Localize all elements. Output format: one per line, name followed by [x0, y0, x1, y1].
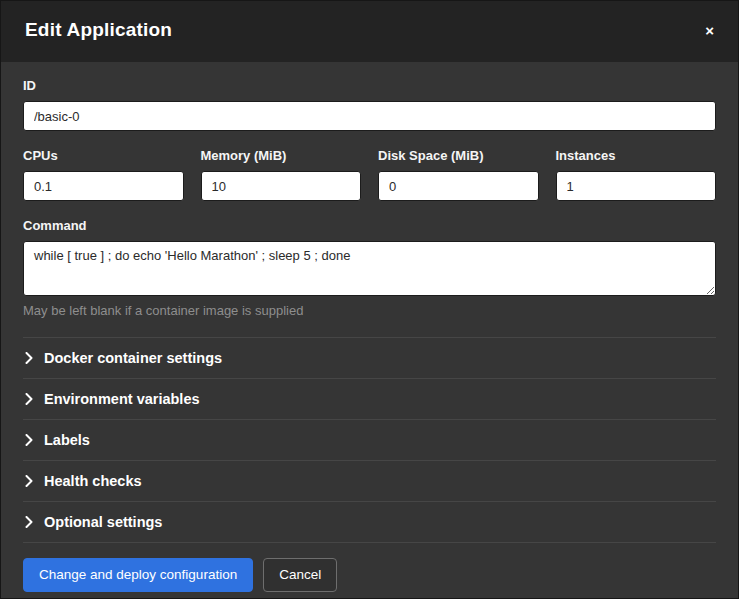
memory-label: Memory (MiB) [201, 148, 362, 163]
accordion-optional-settings[interactable]: Optional settings [23, 501, 716, 542]
accordion-labels[interactable]: Labels [23, 419, 716, 460]
id-input[interactable] [23, 101, 716, 131]
accordion-health-checks[interactable]: Health checks [23, 460, 716, 501]
id-field-group: ID [23, 78, 716, 131]
accordion-label: Health checks [44, 473, 142, 489]
modal-body: ID CPUs Memory (MiB) Disk Space (MiB) In… [1, 62, 738, 543]
accordion-docker-container-settings[interactable]: Docker container settings [23, 337, 716, 378]
command-label: Command [23, 218, 716, 233]
accordion-label: Labels [44, 432, 90, 448]
change-and-deploy-button[interactable]: Change and deploy configuration [23, 558, 253, 592]
command-help-text: May be left blank if a container image i… [23, 303, 716, 318]
accordion-label: Environment variables [44, 391, 200, 407]
cancel-button[interactable]: Cancel [263, 558, 337, 592]
accordion: Docker container settings Environment va… [23, 337, 716, 543]
disk-label: Disk Space (MiB) [378, 148, 539, 163]
instances-field-group: Instances [556, 148, 717, 201]
disk-field-group: Disk Space (MiB) [378, 148, 539, 201]
command-textarea[interactable]: while [ true ] ; do echo 'Hello Marathon… [23, 241, 716, 296]
chevron-right-icon [25, 434, 33, 446]
modal-title: Edit Application [25, 19, 172, 41]
chevron-right-icon [25, 475, 33, 487]
accordion-environment-variables[interactable]: Environment variables [23, 378, 716, 419]
chevron-right-icon [25, 393, 33, 405]
memory-field-group: Memory (MiB) [201, 148, 362, 201]
instances-label: Instances [556, 148, 717, 163]
resources-row: CPUs Memory (MiB) Disk Space (MiB) Insta… [23, 148, 716, 201]
id-label: ID [23, 78, 716, 93]
accordion-label: Docker container settings [44, 350, 222, 366]
close-icon[interactable]: × [703, 19, 716, 42]
instances-input[interactable] [556, 171, 717, 201]
cpus-field-group: CPUs [23, 148, 184, 201]
cpus-label: CPUs [23, 148, 184, 163]
accordion-label: Optional settings [44, 514, 162, 530]
disk-input[interactable] [378, 171, 539, 201]
chevron-right-icon [25, 352, 33, 364]
modal-header: Edit Application × [1, 1, 738, 62]
memory-input[interactable] [201, 171, 362, 201]
chevron-right-icon [25, 516, 33, 528]
cpus-input[interactable] [23, 171, 184, 201]
modal-footer: Change and deploy configuration Cancel [1, 543, 738, 599]
command-field-group: Command while [ true ] ; do echo 'Hello … [23, 218, 716, 318]
edit-application-modal: Edit Application × ID CPUs Memory (MiB) … [1, 1, 738, 598]
